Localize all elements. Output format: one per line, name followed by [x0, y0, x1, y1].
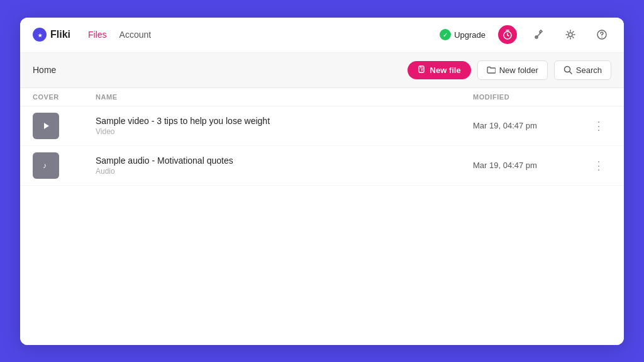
- nav-files[interactable]: Files: [88, 27, 107, 42]
- file-title: Sample video - 3 tips to help you lose w…: [96, 116, 473, 126]
- file-actions: ⋮: [586, 116, 611, 135]
- file-list: COVER NAME MODIFIED Sample video - 3 tip…: [20, 88, 624, 345]
- file-modified: Mar 19, 04:47 pm: [473, 161, 586, 170]
- file-name-area: Sample video - 3 tips to help you lose w…: [96, 116, 473, 136]
- file-type: Video: [96, 127, 473, 136]
- app-window: ★ Fliki Files Account ✓ Upgrade: [20, 18, 624, 345]
- new-file-button[interactable]: New file: [408, 61, 471, 79]
- top-nav: ★ Fliki Files Account ✓ Upgrade: [20, 18, 624, 53]
- logo-icon: ★: [33, 28, 47, 42]
- logo-area: ★ Fliki: [33, 28, 70, 42]
- file-modified: Mar 19, 04:47 pm: [473, 121, 586, 130]
- file-more-button[interactable]: ⋮: [589, 116, 608, 135]
- new-folder-button[interactable]: New folder: [477, 60, 548, 80]
- col-modified: MODIFIED: [473, 93, 586, 101]
- file-list-header: COVER NAME MODIFIED: [20, 88, 624, 106]
- nav-account[interactable]: Account: [119, 27, 152, 42]
- theme-button[interactable]: [561, 25, 580, 44]
- svg-text:★: ★: [38, 33, 43, 38]
- search-button[interactable]: Search: [554, 60, 611, 80]
- timer-button[interactable]: [498, 25, 517, 44]
- col-actions: [586, 93, 611, 101]
- svg-rect-7: [419, 66, 424, 72]
- tools-button[interactable]: [530, 25, 548, 44]
- table-row[interactable]: ♪ Sample audio - Motivational quotes Aud…: [20, 146, 624, 186]
- toolbar: Home New file New folder Search: [20, 53, 624, 88]
- col-name: NAME: [96, 93, 473, 101]
- col-cover: COVER: [33, 93, 96, 101]
- file-name-area: Sample audio - Motivational quotes Audio: [96, 156, 473, 176]
- upgrade-button[interactable]: ✓ Upgrade: [440, 29, 486, 40]
- table-row[interactable]: Sample video - 3 tips to help you lose w…: [20, 106, 624, 146]
- file-cover-audio: ♪: [33, 152, 59, 179]
- help-button[interactable]: [592, 25, 611, 44]
- file-cover-video: [33, 113, 59, 139]
- file-title: Sample audio - Motivational quotes: [96, 156, 473, 166]
- file-actions: ⋮: [586, 156, 611, 175]
- upgrade-check-icon: ✓: [440, 29, 451, 40]
- breadcrumb-home: Home: [33, 65, 401, 75]
- svg-point-4: [569, 33, 572, 37]
- svg-point-6: [601, 37, 602, 38]
- file-type: Audio: [96, 167, 473, 176]
- app-logo-text: Fliki: [50, 29, 70, 40]
- file-more-button[interactable]: ⋮: [589, 156, 608, 175]
- svg-text:♪: ♪: [43, 161, 47, 170]
